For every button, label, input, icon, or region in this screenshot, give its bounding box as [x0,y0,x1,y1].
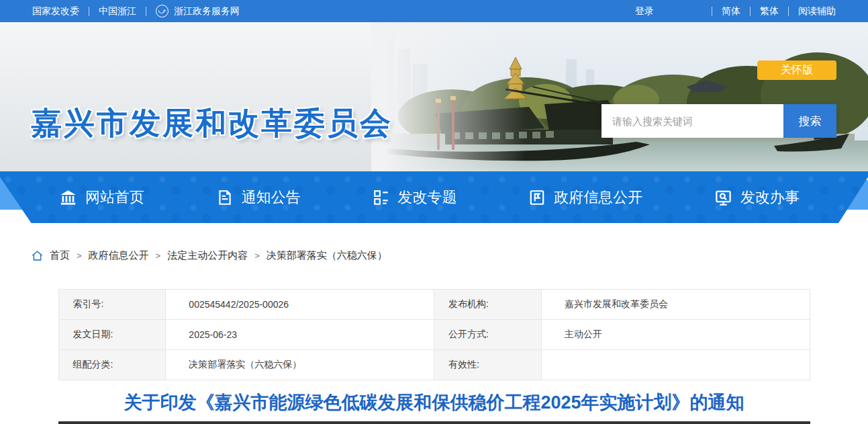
site-title: 嘉兴市发展和改革委员会 [31,103,393,144]
title-divider [58,421,810,424]
link-zhejiang-gov-service[interactable]: 浙江政务服务网 [174,5,240,17]
link-china-zhejiang[interactable]: 中国浙江 [99,5,136,17]
link-national-ndrc[interactable]: 国家发改委 [32,5,79,17]
search-bar: 搜索 [601,104,836,138]
reading-assist-link[interactable]: 阅读辅助 [798,5,836,17]
care-version-button[interactable]: 关怀版 [757,60,836,80]
separator [146,7,146,16]
home-icon[interactable] [31,249,44,262]
nav-item-services[interactable]: 发改办事 [714,187,800,208]
meta-label-issue-date: 发文日期: [58,320,166,350]
nav-item-home[interactable]: 网站首页 [59,187,144,208]
header-banner: 嘉兴市发展和改革委员会 关怀版 搜索 [0,22,868,171]
meta-label-issuing-agency: 发布机构: [434,290,542,320]
topics-grid-icon [373,189,390,206]
nav-item-topics[interactable]: 发改专题 [373,187,457,208]
main-navigation: 网站首页 通知公告 发改专题 [0,171,868,239]
breadcrumb-separator: > [77,251,82,261]
separator [750,7,751,16]
nav-item-label: 网站首页 [85,187,144,208]
breadcrumb-item-home[interactable]: 首页 [50,249,70,262]
monitor-search-icon [714,189,732,207]
top-utility-bar: 国家发改委 中国浙江 ⤻ 浙江政务服务网 登录 简体 繁体 阅读辅助 [0,0,868,22]
search-input[interactable] [601,104,783,138]
breadcrumb-item-current[interactable]: 决策部署落实（六稳六保） [267,249,387,262]
nav-item-label: 政府信息公开 [554,187,642,208]
nav-items: 网站首页 通知公告 发改专题 [59,187,800,208]
info-disclosure-icon [528,189,546,206]
meta-label-validity: 有效性: [434,350,542,380]
separator [712,7,712,16]
topbar-left-links: 国家发改委 中国浙江 ⤻ 浙江政务服务网 [32,5,240,17]
table-row: 索引号: 002545442/2025-00026 发布机构: 嘉兴市发展和改革… [58,290,810,320]
meta-value-category: 决策部署落实（六稳六保） [166,350,434,380]
login-link[interactable]: 登录 [635,5,654,17]
traditional-chinese-link[interactable]: 繁体 [760,5,779,17]
banner-fade-overlay [371,22,526,171]
breadcrumb-separator: > [156,251,161,261]
nav-item-label: 发改办事 [740,187,800,208]
building-icon [59,189,77,207]
meta-value-index-no: 002545442/2025-00026 [166,290,434,320]
zhejiang-gov-service-logo-icon: ⤻ [156,5,168,17]
notice-document-icon [216,189,234,206]
meta-value-disclosure-method: 主动公开 [541,320,810,350]
meta-label-index-no: 索引号: [58,290,166,320]
meta-label-category: 组配分类: [58,350,166,380]
topbar-right-links: 登录 简体 繁体 阅读辅助 [635,5,836,17]
meta-value-issue-date: 2025-06-23 [166,320,434,350]
meta-value-validity [541,350,810,380]
document-meta-table: 索引号: 002545442/2025-00026 发布机构: 嘉兴市发展和改革… [58,289,810,380]
breadcrumb-separator: > [254,251,260,261]
meta-value-issuing-agency: 嘉兴市发展和改革委员会 [541,290,810,320]
nav-item-gov-info[interactable]: 政府信息公开 [528,187,642,208]
meta-label-disclosure-method: 公开方式: [434,320,542,350]
nav-item-label: 发改专题 [398,187,457,208]
breadcrumb-item-gov-info[interactable]: 政府信息公开 [89,249,149,262]
separator [788,7,789,16]
article-title: 关于印发《嘉兴市能源绿色低碳发展和保供稳价工程2025年实施计划》的通知 [32,390,837,415]
table-row: 组配分类: 决策部署落实（六稳六保） 有效性: [58,350,810,380]
breadcrumb-item-statutory-disclosure[interactable]: 法定主动公开内容 [167,249,248,262]
search-button[interactable]: 搜索 [783,104,836,138]
simplified-chinese-link[interactable]: 简体 [722,5,740,17]
table-row: 发文日期: 2025-06-23 公开方式: 主动公开 [58,320,810,350]
nav-item-notices[interactable]: 通知公告 [216,187,301,208]
breadcrumb: 首页 > 政府信息公开 > 法定主动公开内容 > 决策部署落实（六稳六保） [31,249,837,262]
nav-item-label: 通知公告 [242,187,301,208]
separator [89,7,89,16]
